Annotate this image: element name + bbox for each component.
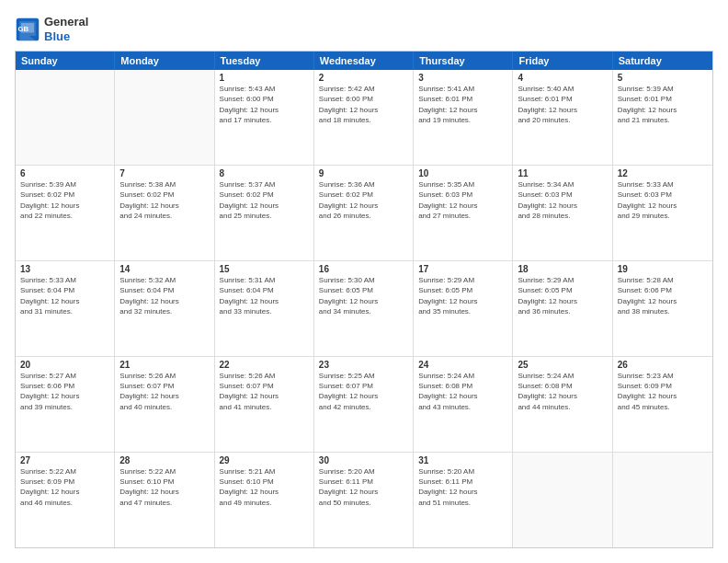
cell-info-line: and 44 minutes. <box>518 402 607 412</box>
calendar-cell <box>513 453 612 547</box>
cell-info-line: Sunrise: 5:33 AM <box>20 275 109 285</box>
cell-info-line: Daylight: 12 hours <box>119 296 209 306</box>
cell-info-line: Sunrise: 5:24 AM <box>518 371 607 381</box>
cell-info-line: Sunrise: 5:42 AM <box>319 84 408 94</box>
cell-info-line: Daylight: 12 hours <box>220 487 309 497</box>
cell-info-line: Sunrise: 5:31 AM <box>220 275 309 285</box>
calendar-cell: 2Sunrise: 5:42 AMSunset: 6:00 PMDaylight… <box>314 70 414 165</box>
header-day-saturday: Saturday <box>613 52 712 70</box>
calendar-cell: 29Sunrise: 5:21 AMSunset: 6:10 PMDayligh… <box>215 453 314 547</box>
cell-info-line: Sunset: 6:08 PM <box>518 381 607 391</box>
day-number: 1 <box>220 73 309 83</box>
cell-info-line: Sunset: 6:03 PM <box>518 190 607 200</box>
cell-info-line: and 43 minutes. <box>418 402 507 412</box>
calendar-row-2: 13Sunrise: 5:33 AMSunset: 6:04 PMDayligh… <box>16 261 712 357</box>
cell-info-line: and 33 minutes. <box>220 306 309 316</box>
cell-info-line: and 41 minutes. <box>220 402 309 412</box>
calendar-row-3: 20Sunrise: 5:27 AMSunset: 6:06 PMDayligh… <box>16 357 712 453</box>
day-number: 11 <box>518 168 607 178</box>
calendar-cell: 19Sunrise: 5:28 AMSunset: 6:06 PMDayligh… <box>613 261 712 356</box>
day-number: 20 <box>20 360 109 370</box>
cell-info-line: Daylight: 12 hours <box>20 201 109 211</box>
cell-info-line: Sunrise: 5:22 AM <box>119 466 209 477</box>
calendar-cell <box>16 70 115 165</box>
cell-info-line: Sunrise: 5:40 AM <box>518 84 607 94</box>
calendar-cell: 18Sunrise: 5:29 AMSunset: 6:05 PMDayligh… <box>513 261 612 356</box>
cell-info-line: Sunset: 6:04 PM <box>20 285 109 295</box>
cell-info-line: and 31 minutes. <box>20 306 109 316</box>
cell-info-line: Sunrise: 5:30 AM <box>319 275 408 285</box>
day-number: 18 <box>518 264 607 274</box>
cell-info-line: and 39 minutes. <box>20 402 109 412</box>
calendar-cell: 31Sunrise: 5:20 AMSunset: 6:11 PMDayligh… <box>414 453 513 547</box>
calendar-cell: 21Sunrise: 5:26 AMSunset: 6:07 PMDayligh… <box>115 357 214 452</box>
day-number: 12 <box>618 168 708 178</box>
calendar-row-4: 27Sunrise: 5:22 AMSunset: 6:09 PMDayligh… <box>16 453 712 547</box>
cell-info-line: Daylight: 12 hours <box>518 296 607 306</box>
calendar-cell: 15Sunrise: 5:31 AMSunset: 6:04 PMDayligh… <box>215 261 314 356</box>
day-number: 14 <box>119 264 209 274</box>
header-day-wednesday: Wednesday <box>314 52 414 70</box>
cell-info-line: and 21 minutes. <box>618 115 708 125</box>
cell-info-line: and 51 minutes. <box>418 498 507 508</box>
calendar-cell: 4Sunrise: 5:40 AMSunset: 6:01 PMDaylight… <box>513 70 612 165</box>
cell-info-line: Sunrise: 5:21 AM <box>220 466 309 477</box>
cell-info-line: and 22 minutes. <box>20 211 109 221</box>
calendar-cell <box>613 453 712 547</box>
cell-info-line: and 18 minutes. <box>319 115 408 125</box>
cell-info-line: Daylight: 12 hours <box>220 201 309 211</box>
cell-info-line: Daylight: 12 hours <box>220 105 309 115</box>
day-number: 30 <box>319 455 408 465</box>
logo: GB General Blue <box>15 15 88 43</box>
day-number: 8 <box>220 168 309 178</box>
cell-info-line: Daylight: 12 hours <box>618 105 708 115</box>
cell-info-line: Sunset: 6:10 PM <box>119 477 209 487</box>
header-day-thursday: Thursday <box>414 52 513 70</box>
calendar-cell: 7Sunrise: 5:38 AMSunset: 6:02 PMDaylight… <box>115 166 214 260</box>
calendar-row-1: 6Sunrise: 5:39 AMSunset: 6:02 PMDaylight… <box>16 166 712 261</box>
cell-info-line: Sunset: 6:07 PM <box>220 381 309 391</box>
cell-info-line: Daylight: 12 hours <box>518 201 607 211</box>
cell-info-line: Sunset: 6:11 PM <box>418 477 507 487</box>
day-number: 3 <box>418 73 507 83</box>
day-number: 24 <box>418 360 507 370</box>
calendar-cell: 27Sunrise: 5:22 AMSunset: 6:09 PMDayligh… <box>16 453 115 547</box>
cell-info-line: Daylight: 12 hours <box>319 296 408 306</box>
day-number: 21 <box>119 360 209 370</box>
calendar: SundayMondayTuesdayWednesdayThursdayFrid… <box>15 51 713 548</box>
cell-info-line: Daylight: 12 hours <box>618 201 708 211</box>
calendar-cell: 22Sunrise: 5:26 AMSunset: 6:07 PMDayligh… <box>215 357 314 452</box>
calendar-cell: 6Sunrise: 5:39 AMSunset: 6:02 PMDaylight… <box>16 166 115 260</box>
cell-info-line: Sunrise: 5:20 AM <box>319 466 408 477</box>
cell-info-line: and 45 minutes. <box>618 402 708 412</box>
cell-info-line: Sunset: 6:02 PM <box>20 190 109 200</box>
day-number: 6 <box>20 168 109 178</box>
header-day-tuesday: Tuesday <box>215 52 314 70</box>
header-day-monday: Monday <box>115 52 214 70</box>
cell-info-line: Sunrise: 5:29 AM <box>518 275 607 285</box>
day-number: 13 <box>20 264 109 274</box>
day-number: 23 <box>319 360 408 370</box>
cell-info-line: Sunrise: 5:39 AM <box>20 179 109 190</box>
calendar-cell: 5Sunrise: 5:39 AMSunset: 6:01 PMDaylight… <box>613 70 712 165</box>
calendar-cell: 12Sunrise: 5:33 AMSunset: 6:03 PMDayligh… <box>613 166 712 260</box>
cell-info-line: Sunrise: 5:22 AM <box>20 466 109 477</box>
day-number: 16 <box>319 264 408 274</box>
cell-info-line: Daylight: 12 hours <box>220 296 309 306</box>
cell-info-line: Sunset: 6:02 PM <box>319 190 408 200</box>
cell-info-line: Sunset: 6:10 PM <box>220 477 309 487</box>
day-number: 29 <box>220 455 309 465</box>
calendar-cell: 3Sunrise: 5:41 AMSunset: 6:01 PMDaylight… <box>414 70 513 165</box>
cell-info-line: and 49 minutes. <box>220 498 309 508</box>
cell-info-line: Sunset: 6:07 PM <box>119 381 209 391</box>
cell-info-line: Sunset: 6:01 PM <box>418 94 507 104</box>
cell-info-line: Sunset: 6:00 PM <box>220 94 309 104</box>
cell-info-line: Sunset: 6:02 PM <box>220 190 309 200</box>
cell-info-line: Sunset: 6:01 PM <box>618 94 708 104</box>
calendar-cell: 9Sunrise: 5:36 AMSunset: 6:02 PMDaylight… <box>314 166 414 260</box>
cell-info-line: Sunset: 6:04 PM <box>119 285 209 295</box>
day-number: 31 <box>418 455 507 465</box>
cell-info-line: Daylight: 12 hours <box>518 391 607 401</box>
cell-info-line: Sunrise: 5:27 AM <box>20 371 109 381</box>
cell-info-line: Sunrise: 5:25 AM <box>319 371 408 381</box>
